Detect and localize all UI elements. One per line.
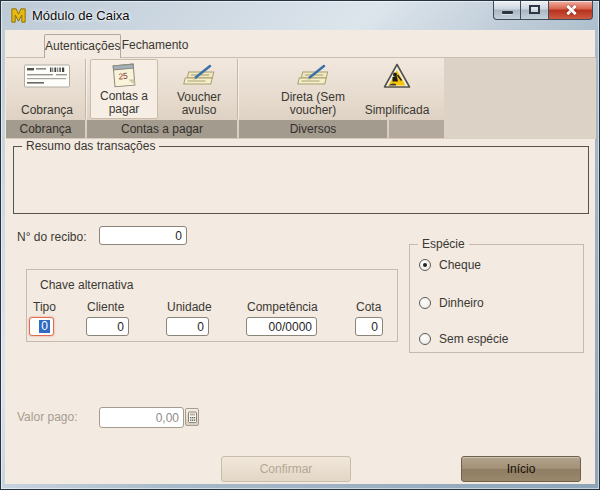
ribbon-button-cobranca[interactable]: Cobrança (9, 59, 85, 119)
valor-pago-input[interactable] (99, 407, 184, 428)
summary-label: Resumo das transações (22, 140, 159, 153)
radio-sem-especie[interactable]: Sem espécie (419, 332, 508, 346)
titlebar[interactable]: Módulo de Caixa (1, 1, 599, 30)
maximize-button[interactable] (521, 1, 549, 20)
unidade-input[interactable] (166, 317, 209, 336)
minimize-icon (502, 11, 513, 14)
window-title: Módulo de Caixa (32, 8, 130, 23)
voucher-icon (162, 59, 236, 91)
window-controls (493, 1, 593, 20)
tipo-field[interactable]: 0 (29, 317, 54, 336)
ribbon-group-caption-contas-a-pagar: Contas a pagar (87, 120, 237, 138)
unidade-label: Unidade (167, 300, 212, 314)
close-button[interactable] (549, 1, 593, 20)
tab-autenticacoes[interactable]: Autenticações (44, 34, 121, 58)
receipt-label: N° do recibo: (17, 230, 87, 244)
radio-button-icon (419, 259, 431, 271)
confirmar-button[interactable]: Confirmar (221, 456, 351, 482)
ribbon-button-contas-a-pagar[interactable]: 25 Contas a pagar (90, 59, 158, 119)
summary-groupbox: Resumo das transações (13, 146, 589, 214)
cota-input[interactable] (355, 317, 383, 336)
cliente-input[interactable] (86, 317, 129, 336)
app-icon-m (9, 6, 28, 25)
ribbon-spacer (444, 57, 596, 139)
chave-groupbox: Chave alternativa (26, 269, 398, 342)
radio-dinheiro[interactable]: Dinheiro (419, 296, 484, 310)
radio-cheque[interactable]: Cheque (419, 258, 481, 272)
competencia-input[interactable] (246, 317, 317, 336)
calendar-icon: 25 (91, 60, 157, 90)
svg-text:25: 25 (118, 70, 129, 81)
tipo-label: Tipo (33, 300, 56, 314)
cota-label: Cota (356, 300, 381, 314)
inicio-button[interactable]: Início (461, 456, 581, 482)
tab-fechamento[interactable]: Fechamento (121, 34, 189, 58)
cliente-label: Cliente (87, 300, 124, 314)
ribbon-button-direta[interactable]: Direta (Sem voucher) (267, 59, 359, 119)
voucher-icon (267, 59, 359, 91)
calculator-button[interactable] (185, 408, 199, 426)
maximize-icon (529, 5, 540, 14)
receipt-input[interactable] (99, 226, 187, 245)
calculator-icon (188, 411, 197, 423)
boleto-icon (9, 59, 85, 92)
ribbon-group-caption-blank (389, 120, 444, 138)
window: Módulo de Caixa Autenticações Fechamento (0, 0, 600, 490)
chave-label: Chave alternativa (40, 278, 133, 292)
group-separator (237, 59, 238, 119)
radio-button-icon (419, 333, 431, 345)
ribbon-group-caption-diversos: Diversos (239, 120, 387, 138)
ribbon-group-caption-cobranca: Cobrança (6, 120, 85, 138)
valor-pago-label: Valor pago: (17, 410, 78, 424)
radio-button-icon (419, 297, 431, 309)
especie-label: Espécie (418, 238, 469, 251)
close-icon (565, 4, 577, 16)
ribbon-button-simplificada[interactable]: Simplificada (361, 59, 433, 119)
construction-icon (361, 59, 433, 92)
competencia-label: Competência (247, 300, 318, 314)
minimize-button[interactable] (493, 1, 521, 20)
ribbon-button-voucher-avulso[interactable]: Voucher avulso (162, 59, 236, 119)
group-separator (85, 59, 86, 119)
